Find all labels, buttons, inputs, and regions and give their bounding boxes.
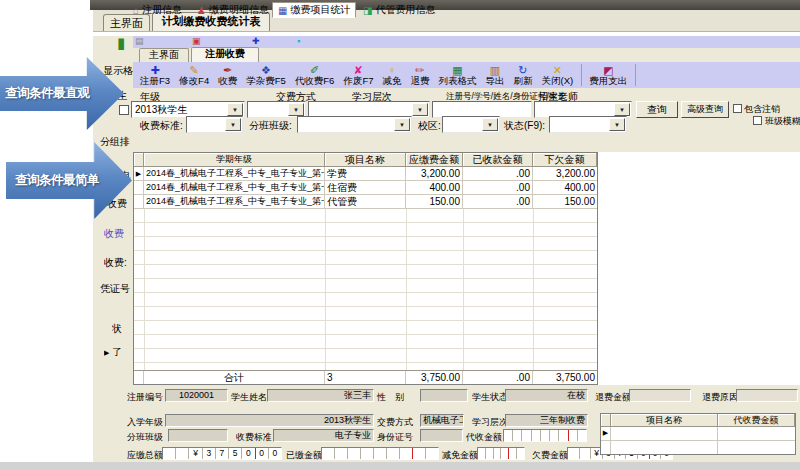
arrears-label: 欠费金额 xyxy=(532,449,568,462)
inner-tab-main[interactable]: 主界面 xyxy=(139,48,189,62)
reg-no-field[interactable]: 1020001 xyxy=(165,389,228,402)
class-fuzzy-checkbox[interactable] xyxy=(753,116,762,125)
digit-cell xyxy=(504,430,512,441)
chevron-down-icon[interactable]: ▼ xyxy=(288,103,304,116)
enroll-grade-label: 入学年级 xyxy=(127,416,163,429)
collect-amount-boxes xyxy=(503,429,587,442)
left-fragment: 收费 xyxy=(104,227,137,241)
digit-cell xyxy=(485,448,493,459)
col-agency-amount[interactable]: 代收费金额 xyxy=(718,414,795,427)
class-select[interactable]: ▼ xyxy=(297,116,412,133)
fee-standard-detail-field[interactable]: 电子专业 xyxy=(273,429,374,442)
reduction-button[interactable]: ♀减免 xyxy=(378,63,405,87)
table-row[interactable]: ▶ xyxy=(601,427,795,441)
col-item[interactable]: 项目名称 xyxy=(325,153,406,167)
query-button[interactable]: 查询 xyxy=(636,101,678,118)
study-level-detail-label: 学习层次 xyxy=(472,416,508,429)
digit-cell xyxy=(540,430,549,441)
table-row[interactable]: 2014春_机械电子工程系_中专_电子专业_第一年 住宿费 400.00 .00… xyxy=(134,181,597,195)
chevron-down-icon[interactable]: ▼ xyxy=(412,103,428,116)
list-format-button[interactable]: ▦列表格式 xyxy=(434,63,480,87)
tuition-button[interactable]: ❖学杂费F5 xyxy=(242,63,290,87)
student-name-field[interactable]: 张三丰 xyxy=(267,389,374,402)
plus-icon[interactable]: ✚ xyxy=(252,36,260,47)
refund-amount-field[interactable] xyxy=(629,389,691,402)
expense-button[interactable]: ◩费用支出 xyxy=(585,63,631,87)
tab-payment-item-stats[interactable]: ▦缴费项目统计 xyxy=(272,2,356,18)
chevron-down-icon[interactable]: ▼ xyxy=(609,118,625,131)
modify-button[interactable]: ✎修改F4 xyxy=(175,63,213,87)
student-status-label: 学生状态 xyxy=(472,391,508,404)
tab-register-info[interactable]: ⌂注册信息 xyxy=(128,2,187,18)
charge-button[interactable]: ✒收费 xyxy=(214,63,241,87)
close-button[interactable]: ✕关闭(X) xyxy=(537,63,577,87)
tab-payment-detail[interactable]: ♟缴费明细信息 xyxy=(192,2,274,18)
app-window: 主界面 计划缴费收费统计表 ▮ ▤ ▣ ✚ ▪ 主界面 注册收费 ✚注册F3 ✎… xyxy=(0,0,800,470)
tab-agency-fee-info[interactable]: ◨代管费用信息 xyxy=(358,2,440,18)
digit-cell xyxy=(334,448,347,459)
left-fragment: ▶ 了 xyxy=(104,345,137,359)
gender-field[interactable] xyxy=(420,389,468,402)
block-icon[interactable]: ▪ xyxy=(297,36,300,47)
refund-button[interactable]: ✏退费 xyxy=(406,63,433,87)
digit-cell xyxy=(175,448,188,459)
digit-cell: ¥ xyxy=(188,448,201,459)
fee-standard-select[interactable]: ▼ xyxy=(186,116,243,133)
grade-checkbox[interactable] xyxy=(119,105,129,115)
pay-method-detail-label: 交费方式 xyxy=(377,416,413,429)
export-button[interactable]: ▥导出 xyxy=(481,63,508,87)
enroll-grade-field[interactable]: 2013秋学生 xyxy=(165,414,374,427)
col-received[interactable]: 已收款金额 xyxy=(463,153,533,167)
include-cancelled-checkbox[interactable] xyxy=(733,104,742,113)
total-received: .00 xyxy=(463,371,533,384)
refund-amount-label: 退费金额 xyxy=(595,391,631,404)
inner-tab-register-fee[interactable]: 注册收费 xyxy=(191,47,259,62)
id-no-label: 身份证号 xyxy=(377,431,413,444)
col-agency-item[interactable]: 项目名称 xyxy=(611,414,718,427)
grid-header: 学期年级 项目名称 应缴费金额 已收款金额 下欠金额 xyxy=(134,153,597,167)
class-fuzzy-label: 班级模糊 xyxy=(765,115,800,128)
chevron-down-icon[interactable]: ▼ xyxy=(225,118,241,131)
digit-cell: 0 xyxy=(255,448,268,459)
class-detail-field[interactable] xyxy=(168,429,228,442)
palette-icon[interactable]: ▣ xyxy=(192,36,201,47)
left-fragment: 凭证号 xyxy=(100,282,133,296)
digit-cell xyxy=(425,448,438,459)
class-detail-label: 分班班级 xyxy=(127,431,163,444)
digit-cell xyxy=(347,448,360,459)
refund-reason-field[interactable] xyxy=(736,389,798,402)
toolbar: ✚注册F3 ✎修改F4 ✒收费 ❖学杂费F5 ✐代收费F6 ✘作废F7 ♀减免 … xyxy=(133,62,800,88)
pay-method-detail-field[interactable]: 机械电子工程系 xyxy=(420,414,464,427)
reduction-label: 减免金额 xyxy=(442,449,478,462)
class-label: 分班班级: xyxy=(249,119,292,133)
chevron-down-icon[interactable]: ▼ xyxy=(482,118,498,131)
grid-total-row: 合计 3 3,750.00 .00 3,750.00 xyxy=(134,370,597,384)
digit-cell xyxy=(516,448,524,459)
paid-label: 已缴金额 xyxy=(286,449,322,462)
status-select[interactable]: ▼ xyxy=(549,116,627,133)
table-row[interactable]: ▶ 2014春_机械电子工程系_中专_电子专业_第一年 学费 3,200.00 … xyxy=(134,167,597,181)
col-due[interactable]: 应缴费金额 xyxy=(406,153,463,167)
refresh-button[interactable]: ↻刷新 xyxy=(509,63,536,87)
student-name-label: 学生姓名 xyxy=(231,391,267,404)
id-no-field[interactable] xyxy=(420,429,463,442)
chevron-down-icon[interactable]: ▼ xyxy=(394,118,410,131)
study-level-detail-field[interactable]: 三年制收费 xyxy=(505,414,588,427)
digit-cell xyxy=(568,448,579,459)
register-button[interactable]: ✚注册F3 xyxy=(136,63,174,87)
col-owed[interactable]: 下欠金额 xyxy=(533,153,597,167)
table-row[interactable] xyxy=(601,441,795,454)
agency-table-header: 项目名称 代收费金额 xyxy=(601,414,795,427)
document-icon[interactable]: ▤ xyxy=(135,36,144,47)
advanced-query-button[interactable]: 高级查询 xyxy=(681,101,729,118)
student-status-field[interactable]: 在校 xyxy=(505,389,588,402)
collect-fee-button[interactable]: ✐代收费F6 xyxy=(291,63,339,87)
void-button[interactable]: ✘作废F7 xyxy=(339,63,377,87)
col-semester[interactable]: 学期年级 xyxy=(144,153,325,167)
table-row[interactable]: 2014春_机械电子工程系_中专_电子专业_第一年 代管费 150.00 .00… xyxy=(134,195,597,209)
campus-select[interactable]: ▼ xyxy=(442,116,500,133)
paid-boxes xyxy=(321,447,439,460)
chevron-down-icon[interactable]: ▼ xyxy=(227,103,243,116)
left-fragment: 显示格 xyxy=(103,64,136,78)
chevron-down-icon[interactable]: ▼ xyxy=(614,103,630,116)
